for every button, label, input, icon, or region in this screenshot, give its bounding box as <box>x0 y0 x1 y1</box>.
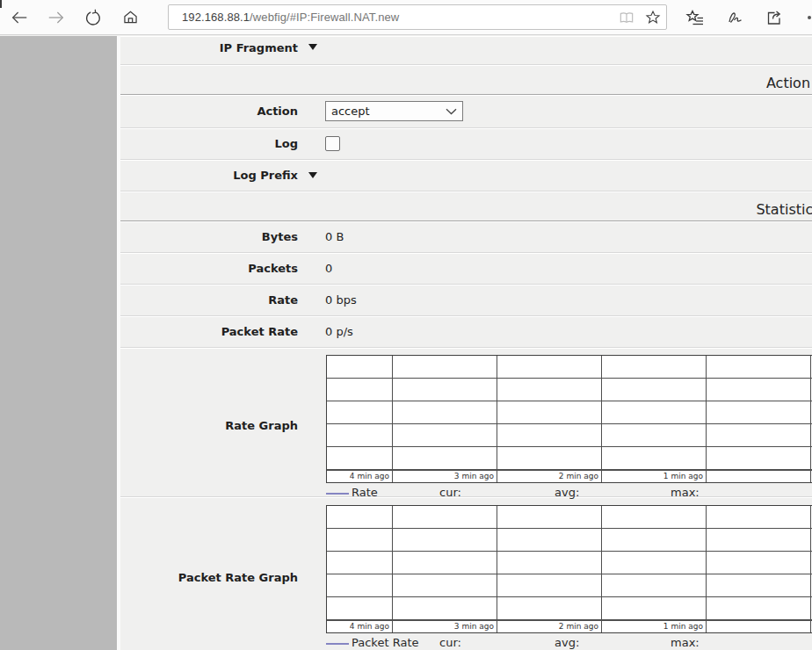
time-tick <box>707 471 811 482</box>
packet-rate-graph-time-axis: 4 min ago 3 min ago 2 min ago 1 min ago <box>327 620 812 632</box>
time-tick: 3 min ago <box>393 621 497 632</box>
row-packets: Packets 0 <box>120 253 812 285</box>
time-tick: 4 min ago <box>327 471 393 482</box>
hub-favorites-button[interactable] <box>679 2 711 33</box>
packet-rate-label: Packet Rate <box>120 325 298 338</box>
time-tick: 2 min ago <box>497 621 602 632</box>
refresh-icon <box>83 8 103 27</box>
window-edge-mark <box>0 0 2 8</box>
rate-cur-label: cur: <box>439 486 461 499</box>
more-menu-icon[interactable] <box>808 16 811 19</box>
log-label: Log <box>120 137 298 150</box>
section-header-action: Action <box>120 65 812 95</box>
triangle-down-icon <box>308 44 317 50</box>
rate-series-name: Rate <box>352 486 378 499</box>
rate-label: Rate <box>120 293 298 307</box>
browser-toolbar: 192.168.88.1/webfig/#IP:Firewall.NAT.new <box>0 0 812 35</box>
time-tick: 4 min ago <box>327 621 393 632</box>
page-area: IP Fragment Action Action accept <box>0 36 812 650</box>
rate-graph-plot: 4 min ago 3 min ago 2 min ago 1 min ago <box>326 355 812 483</box>
row-log: Log <box>120 128 812 160</box>
packet-rate-graph-plot: 4 min ago 3 min ago 2 min ago 1 min ago <box>326 505 812 633</box>
packet-rate-series-line-swatch <box>326 643 349 645</box>
url-text: 192.168.88.1/webfig/#IP:Firewall.NAT.new <box>182 11 613 24</box>
rate-series-line-swatch <box>326 493 349 495</box>
packet-rate-max-label: max: <box>671 636 700 649</box>
row-packet-rate: Packet Rate 0 p/s <box>120 316 812 348</box>
row-log-prefix: Log Prefix <box>120 160 812 191</box>
favorite-star-icon <box>644 9 662 26</box>
time-tick <box>707 621 811 632</box>
reading-view-button[interactable] <box>613 5 640 29</box>
refresh-button[interactable] <box>78 3 108 32</box>
rate-graph-time-axis: 4 min ago 3 min ago 2 min ago 1 min ago <box>327 470 812 482</box>
log-prefix-label: Log Prefix <box>120 169 298 182</box>
packet-rate-graph-label: Packet Rate Graph <box>120 505 298 650</box>
packets-label: Packets <box>120 262 298 275</box>
share-button[interactable] <box>758 2 790 33</box>
rate-value: 0 bps <box>325 293 357 307</box>
packets-value: 0 <box>325 262 332 275</box>
rate-graph-legend: Rate cur: avg: max: <box>326 486 812 500</box>
action-select[interactable]: accept <box>325 101 463 121</box>
packet-rate-cur-label: cur: <box>439 636 461 649</box>
row-rate-graph: Rate Graph 4 min ago 3 min ago 2 min ago… <box>120 348 812 497</box>
ip-fragment-expand-button[interactable] <box>308 41 319 52</box>
row-ip-fragment: IP Fragment <box>120 36 812 65</box>
back-button[interactable] <box>4 3 34 32</box>
packet-rate-avg-label: avg: <box>555 636 579 649</box>
back-arrow-icon <box>10 8 29 27</box>
packet-rate-value: 0 p/s <box>325 325 353 338</box>
rate-max-label: max: <box>671 486 700 499</box>
ink-pen-icon <box>725 7 746 28</box>
packet-rate-series-name: Packet Rate <box>352 636 418 649</box>
rate-avg-label: avg: <box>555 486 579 499</box>
ip-fragment-label: IP Fragment <box>120 41 298 54</box>
url-domain: 192.168.88.1 <box>182 11 250 24</box>
packet-rate-graph-grid <box>327 506 812 620</box>
url-path: /webfig/#IP:Firewall.NAT.new <box>250 11 399 24</box>
ink-annotate-button[interactable] <box>720 2 751 33</box>
forward-button[interactable] <box>41 3 71 32</box>
time-tick: 3 min ago <box>393 471 497 482</box>
add-favorite-button[interactable] <box>640 5 666 29</box>
row-bytes: Bytes 0 B <box>120 221 812 253</box>
home-icon <box>121 8 140 26</box>
log-prefix-expand-button[interactable] <box>308 170 319 181</box>
time-tick: 2 min ago <box>497 471 602 482</box>
action-label: Action <box>120 105 298 118</box>
time-tick: 1 min ago <box>602 471 707 482</box>
bytes-value: 0 B <box>325 230 344 243</box>
rate-graph-label: Rate Graph <box>120 355 298 496</box>
section-header-statistics: Statistics <box>120 191 812 221</box>
reading-view-book-icon <box>618 9 635 26</box>
row-packet-rate-graph: Packet Rate Graph 4 min ago 3 min ago 2 … <box>120 497 812 650</box>
share-icon <box>764 7 785 28</box>
rate-graph-grid <box>327 356 812 470</box>
home-button[interactable] <box>115 3 145 32</box>
bytes-label: Bytes <box>120 230 298 243</box>
hub-favorites-icon <box>685 7 706 28</box>
webfig-form: IP Fragment Action Action accept <box>120 36 812 650</box>
webfig-left-panel <box>0 36 117 650</box>
triangle-down-icon <box>308 172 317 178</box>
packet-rate-graph-legend: Packet Rate cur: avg: max: <box>326 636 812 650</box>
address-bar[interactable]: 192.168.88.1/webfig/#IP:Firewall.NAT.new <box>168 4 667 30</box>
log-checkbox[interactable] <box>325 136 340 151</box>
forward-arrow-icon <box>47 8 66 27</box>
row-action: Action accept <box>120 95 812 128</box>
time-tick: 1 min ago <box>602 621 707 632</box>
row-rate: Rate 0 bps <box>120 285 812 316</box>
